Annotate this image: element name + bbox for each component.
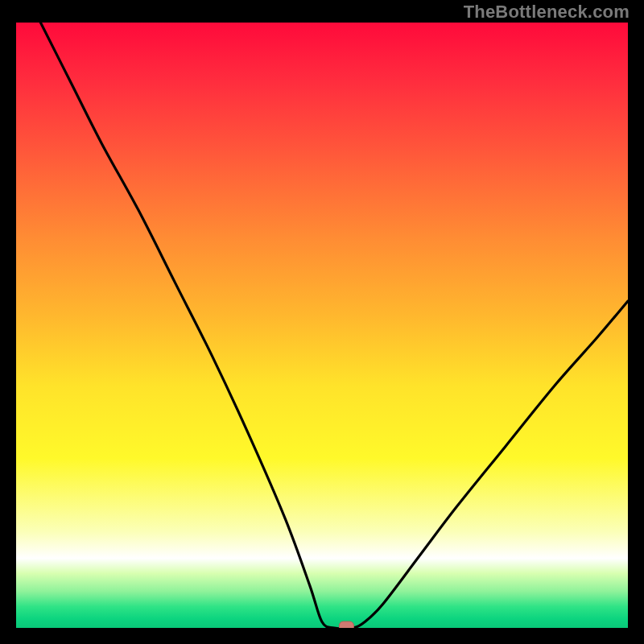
chart-frame: TheBottleneck.com bbox=[0, 0, 644, 644]
bottleneck-chart bbox=[16, 23, 628, 628]
gradient-background bbox=[16, 23, 628, 628]
watermark-text: TheBottleneck.com bbox=[464, 2, 630, 23]
plot-area bbox=[16, 23, 628, 628]
minimum-marker bbox=[339, 621, 353, 628]
